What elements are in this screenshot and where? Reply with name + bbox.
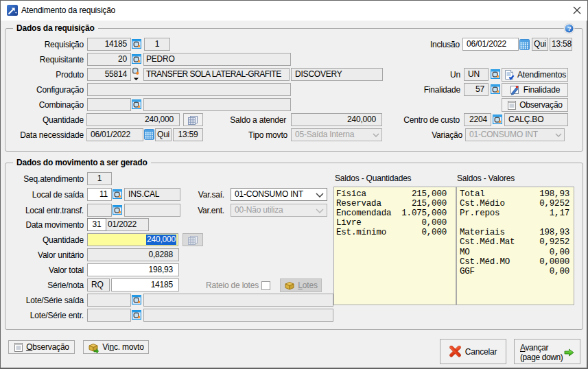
svg-text:?: ? xyxy=(567,25,572,32)
